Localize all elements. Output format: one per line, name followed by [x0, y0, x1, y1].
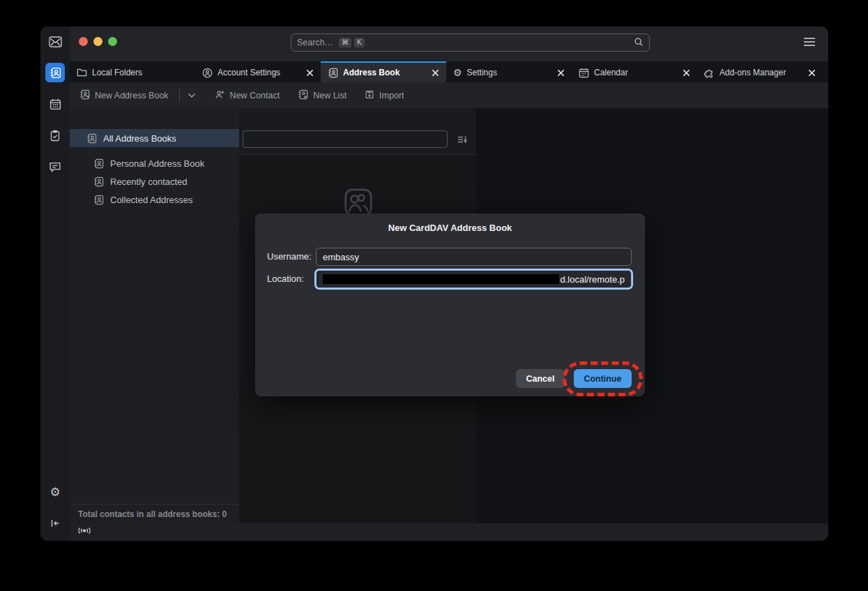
gear-icon: ⚙ — [453, 68, 462, 77]
search-icon — [634, 37, 644, 49]
close-icon[interactable] — [683, 69, 690, 77]
tab-address-book[interactable]: Address Book — [321, 61, 446, 82]
tab-label: Calendar — [594, 68, 678, 77]
calendar-icon — [50, 98, 61, 110]
close-icon[interactable] — [557, 69, 565, 77]
dialog-buttons: Cancel Continue — [516, 369, 632, 388]
address-book-tab-button[interactable] — [45, 63, 65, 82]
chat-icon — [49, 161, 61, 173]
tab-bar: Local Folders Account Settings Address B… — [70, 61, 828, 82]
import-label: Import — [379, 91, 404, 100]
tab-addons-manager[interactable]: Add-ons Manager — [697, 61, 823, 82]
close-window-button[interactable] — [79, 37, 88, 46]
person-add-icon — [214, 89, 225, 102]
tasks-icon — [50, 130, 61, 142]
global-search-input[interactable]: Search… ⌘ K — [291, 33, 650, 52]
username-label: Username: — [267, 248, 312, 266]
tab-label: Add-ons Manager — [719, 68, 803, 77]
collapse-rail-button[interactable] — [45, 514, 65, 533]
sidebar-item-collected-addresses[interactable]: Collected Addresses — [70, 190, 239, 209]
address-book-icon — [328, 68, 338, 78]
continue-button[interactable]: Continue — [574, 369, 632, 388]
tab-label: Settings — [467, 68, 552, 77]
folder-icon — [77, 68, 87, 77]
list-add-icon — [298, 89, 308, 102]
mail-tab-button[interactable] — [45, 32, 65, 52]
new-contact-label: New Contact — [230, 91, 280, 100]
sidebar-item-label: Collected Addresses — [110, 195, 193, 205]
new-contact-button[interactable]: New Contact — [214, 89, 280, 102]
close-icon[interactable] — [432, 69, 439, 77]
hamburger-icon — [803, 37, 816, 49]
chat-tab-button[interactable] — [45, 157, 65, 177]
settings-rail-button[interactable]: ⚙ — [45, 482, 65, 502]
account-icon — [202, 68, 213, 78]
titlebar: Search… ⌘ K — [70, 27, 828, 61]
new-carddav-dialog: New CardDAV Address Book Username: embas… — [255, 214, 645, 396]
address-book-icon — [79, 89, 90, 102]
status-bar — [70, 523, 828, 541]
sidebar-item-label: All Address Books — [103, 133, 176, 144]
broadcast-status-icon — [77, 525, 92, 539]
tab-settings[interactable]: ⚙ Settings — [446, 61, 572, 82]
location-field[interactable]: d.local/remote.p — [316, 270, 632, 288]
address-book-icon — [93, 195, 104, 205]
app-window: ⚙ Search… ⌘ K — [40, 27, 828, 541]
k-keycap: K — [354, 38, 365, 47]
new-address-book-button[interactable]: New Address Book — [79, 89, 196, 102]
address-book-icon — [93, 158, 104, 169]
total-contacts-status: Total contacts in all address books: 0 — [70, 504, 239, 523]
sidebar-item-all-address-books[interactable]: All Address Books — [70, 129, 239, 147]
left-icon-rail: ⚙ — [40, 27, 70, 541]
sidebar-item-personal-address-book[interactable]: Personal Address Book — [70, 154, 239, 172]
puzzle-icon — [704, 68, 715, 78]
command-keycap: ⌘ — [339, 38, 351, 47]
display-options-icon[interactable] — [457, 134, 468, 148]
search-placeholder: Search… — [297, 38, 333, 47]
collapse-icon — [50, 518, 61, 529]
dialog-title: New CardDAV Address Book — [255, 223, 645, 233]
import-icon — [365, 89, 374, 102]
toolbar-divider — [179, 89, 180, 102]
close-icon[interactable] — [306, 69, 314, 77]
contacts-search-input[interactable] — [243, 130, 448, 148]
minimize-window-button[interactable] — [93, 37, 102, 46]
import-button[interactable]: Import — [365, 89, 404, 102]
gear-icon: ⚙ — [50, 486, 60, 498]
location-label: Location: — [267, 270, 304, 288]
address-book-icon — [50, 67, 61, 79]
redaction-bar — [323, 274, 559, 284]
sidebar-item-label: Personal Address Book — [110, 158, 204, 169]
zoom-window-button[interactable] — [108, 37, 117, 46]
address-book-icon — [93, 177, 104, 187]
tasks-tab-button[interactable] — [45, 126, 65, 145]
address-book-icon — [86, 133, 97, 144]
traffic-lights — [79, 37, 117, 46]
calendar-icon — [579, 68, 589, 78]
mail-icon — [49, 36, 62, 47]
tab-label: Address Book — [343, 68, 427, 77]
sidebar-item-label: Recently contacted — [110, 177, 188, 187]
location-value-tail: d.local/remote.p — [561, 274, 625, 285]
cancel-button[interactable]: Cancel — [516, 369, 565, 388]
chevron-down-icon[interactable] — [188, 91, 196, 100]
address-book-toolbar: New Address Book New Contact New List — [70, 82, 828, 108]
sidebar-item-recently-contacted[interactable]: Recently contacted — [70, 172, 239, 190]
username-value: embassy — [323, 252, 359, 262]
tab-calendar[interactable]: Calendar — [572, 61, 697, 82]
address-books-sidebar: All Address Books Personal Address Book … — [70, 108, 239, 523]
username-field[interactable]: embassy — [316, 248, 632, 266]
tab-account-settings[interactable]: Account Settings — [195, 61, 321, 82]
tab-local-folders[interactable]: Local Folders — [70, 61, 195, 82]
new-list-label: New List — [313, 91, 347, 100]
tab-label: Local Folders — [92, 68, 188, 77]
new-address-book-label: New Address Book — [95, 91, 169, 100]
tab-label: Account Settings — [218, 68, 301, 77]
close-icon[interactable] — [808, 69, 816, 77]
new-list-button[interactable]: New List — [298, 89, 347, 102]
app-menu-button[interactable] — [803, 37, 816, 50]
contacts-list-header — [239, 108, 476, 155]
calendar-tab-button[interactable] — [45, 94, 65, 114]
